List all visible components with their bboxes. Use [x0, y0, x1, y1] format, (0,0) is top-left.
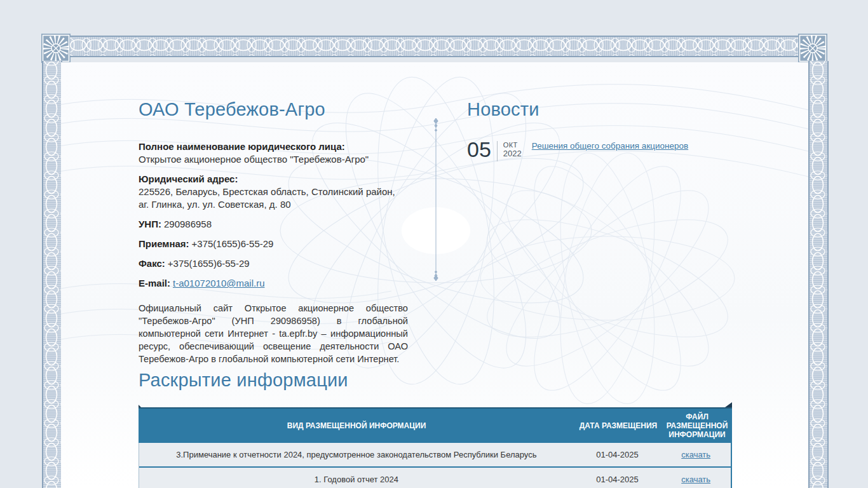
guilloche-corner-icon [41, 33, 71, 64]
news-title: Новости [467, 99, 740, 120]
page-body: ОАО Теребежов-Агро Полное наименование ю… [61, 62, 808, 488]
company-email: E-mail:t-a01072010@mail.ru [139, 277, 408, 290]
fax-label: Факс: [139, 258, 165, 269]
guilloche-right-border [808, 61, 829, 488]
company-about-paragraph: Официальный сайт Открытое акционерное об… [139, 302, 408, 365]
table-row: 1. Годовой отчет 2024 01-04-2025 скачать [139, 468, 731, 488]
cell-info-type: 3.Примечание к отчетности 2024, предусмо… [139, 443, 574, 466]
news-date-divider [497, 141, 498, 161]
news-item-link[interactable]: Решения общего собрания акционеров [532, 139, 688, 151]
company-info-section: ОАО Теребежов-Агро Полное наименование ю… [139, 99, 408, 375]
company-address: Юридический адрес: 225526, Беларусь, Бре… [139, 173, 408, 211]
fax-value: +375(1655)6-55-29 [168, 258, 250, 269]
download-link[interactable]: скачать [681, 450, 710, 460]
unp-label: УНП: [139, 219, 161, 229]
company-fax: Факс:+375(1655)6-55-29 [139, 257, 408, 270]
email-label: E-mail: [139, 278, 170, 288]
disclosure-section: Раскрытие информации ВИД РАЗМЕЩЕННОЙ ИНФ… [139, 370, 732, 488]
download-link[interactable]: скачать [681, 475, 710, 485]
news-section: Новости 05 окт 2022 Решения общего собра… [467, 99, 740, 161]
page-root: ОАО Теребежов-Агро Полное наименование ю… [0, 0, 868, 488]
news-list: 05 окт 2022 Решения общего собрания акци… [467, 139, 740, 161]
guilloche-top-border [70, 36, 798, 57]
news-year: 2022 [503, 149, 522, 158]
reception-label: Приемная: [139, 238, 189, 249]
full-name-value: Открытое акционерное общество "Теребежов… [139, 153, 408, 166]
company-unp: УНП:290986958 [139, 218, 408, 231]
guilloche-corner-icon [797, 33, 828, 64]
address-value: 225526, Беларусь, Брестская область, Сто… [139, 186, 408, 211]
company-title: ОАО Теребежов-Агро [139, 99, 408, 120]
column-header-type: ВИД РАЗМЕЩЕННОЙ ИНФОРМАЦИИ [139, 409, 574, 443]
disclosure-table: ВИД РАЗМЕЩЕННОЙ ИНФОРМАЦИИ ДАТА РАЗМЕЩЕН… [139, 407, 732, 488]
table-row: 3.Примечание к отчетности 2024, предусмо… [139, 443, 731, 468]
column-header-file: ФАЙЛ РАЗМЕЩЕННОЙ ИНФОРМАЦИИ [662, 409, 732, 443]
address-label: Юридический адрес: [139, 173, 408, 186]
reception-value: +375(1655)6-55-29 [192, 238, 274, 249]
full-name-label: Полное наименование юридического лица: [139, 140, 408, 153]
news-item: 05 окт 2022 Решения общего собрания акци… [467, 139, 740, 161]
guilloche-left-border [42, 61, 62, 488]
unp-value: 290986958 [164, 219, 212, 229]
cell-info-type: 1. Годовой отчет 2024 [139, 468, 574, 488]
table-body: 3.Примечание к отчетности 2024, предусмо… [139, 443, 732, 488]
company-full-name: Полное наименование юридического лица: О… [139, 140, 408, 166]
company-reception-phone: Приемная:+375(1655)6-55-29 [139, 238, 408, 250]
news-month: окт [503, 141, 522, 149]
cell-date: 01-04-2025 [574, 468, 661, 488]
disclosure-title: Раскрытие информации [139, 370, 732, 391]
email-link[interactable]: t-a01072010@mail.ru [173, 278, 264, 288]
news-day: 05 [467, 139, 491, 159]
column-header-date: ДАТА РАЗМЕЩЕНИЯ [574, 409, 662, 443]
table-header-row: ВИД РАЗМЕЩЕННОЙ ИНФОРМАЦИИ ДАТА РАЗМЕЩЕН… [139, 407, 732, 443]
cell-date: 01-04-2025 [574, 443, 661, 466]
